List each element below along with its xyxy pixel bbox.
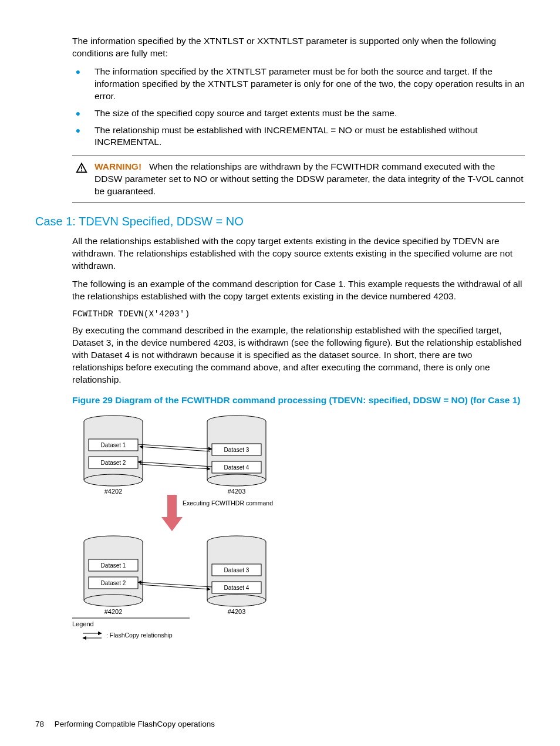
page-footer: 78 Performing Compatible FlashCopy opera…	[35, 719, 215, 730]
volume-label: #4202	[104, 608, 123, 615]
dataset-label: Dataset 3	[224, 447, 249, 453]
svg-rect-1	[81, 171, 82, 172]
dataset-label: Dataset 4	[224, 464, 249, 471]
svg-line-36	[140, 585, 210, 589]
legend-title: Legend	[72, 620, 94, 627]
svg-point-6	[84, 474, 143, 486]
legend-relationship: : FlashCopy relationship	[106, 632, 173, 639]
intro-paragraph: The information specified by the XTNTLST…	[72, 35, 525, 60]
footer-section: Performing Compatible FlashCopy operatio…	[55, 720, 215, 728]
svg-point-25	[84, 595, 143, 606]
warning-text: When the relationships are withdrawn by …	[95, 161, 524, 196]
page-number: 78	[35, 720, 44, 728]
figure-title: Figure 29 Diagram of the FCWITHDR comman…	[72, 394, 525, 407]
dataset-label: Dataset 1	[101, 442, 126, 448]
dataset-label: Dataset 3	[224, 567, 249, 573]
list-item: The size of the specified copy source an…	[72, 107, 525, 120]
case1-heading: Case 1: TDEVN Specified, DDSW = NO	[35, 214, 531, 229]
svg-line-18	[138, 462, 212, 467]
list-item: The relationship must be established wit…	[72, 124, 525, 149]
volume-label: #4202	[104, 488, 123, 495]
svg-point-32	[207, 595, 266, 606]
case1-p3: By executing the command described in th…	[72, 325, 525, 386]
volume-label: #4203	[228, 608, 246, 615]
dataset-label: Dataset 2	[101, 460, 126, 466]
warning-label: WARNING!	[95, 161, 141, 171]
dataset-label: Dataset 4	[224, 585, 249, 591]
executing-text: Executing FCWITHDR command	[183, 499, 273, 507]
svg-rect-0	[81, 167, 82, 170]
dataset-label: Dataset 1	[101, 562, 126, 569]
svg-line-16	[138, 444, 212, 449]
svg-line-17	[140, 447, 210, 451]
svg-point-13	[207, 474, 266, 486]
svg-line-19	[140, 464, 210, 469]
svg-rect-20	[167, 495, 177, 517]
warning-icon	[72, 161, 91, 198]
svg-line-35	[138, 582, 212, 587]
volume-label: #4203	[228, 488, 246, 495]
conditions-list: The information specified by the XTNTLST…	[72, 66, 525, 149]
case1-p1: All the relationships established with t…	[72, 235, 525, 272]
list-item: The information specified by the XTNTLST…	[72, 66, 525, 103]
code-example: FCWITHDR TDEVN(X'4203')	[72, 309, 525, 320]
figure-diagram: Dataset 1 Dataset 2 #4202 Dataset 3 Data…	[72, 413, 525, 665]
dataset-label: Dataset 2	[101, 580, 126, 586]
case1-p2: The following is an example of the comma…	[72, 278, 525, 303]
warning-block: WARNING! When the relationships are with…	[72, 156, 525, 203]
